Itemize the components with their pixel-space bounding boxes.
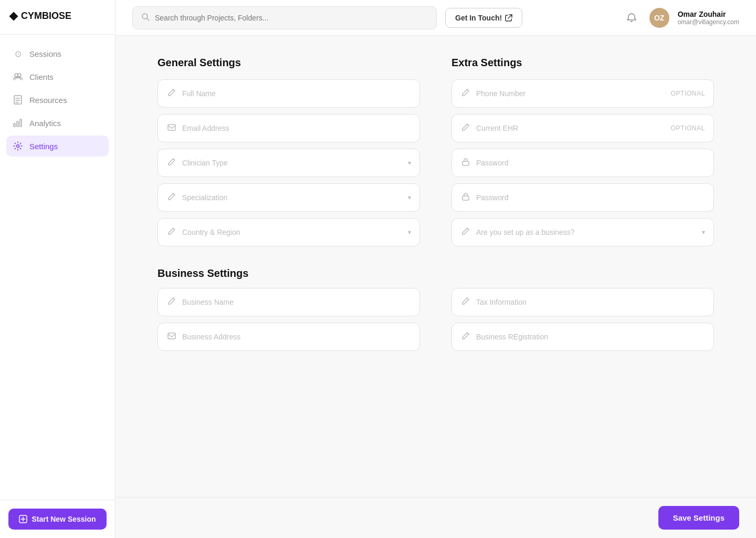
- mail-icon: [166, 123, 177, 133]
- business-type-field[interactable]: Are you set up as a business? ▾: [452, 218, 714, 246]
- tax-info-placeholder: Tax Information: [476, 298, 705, 306]
- optional-label: OPTIONAL: [671, 90, 705, 97]
- country-region-placeholder: Country & Region: [182, 228, 403, 236]
- get-in-touch-button[interactable]: Get In Touch!: [445, 8, 522, 28]
- notification-bell-icon[interactable]: [622, 8, 641, 27]
- search-bar[interactable]: [132, 6, 437, 29]
- user-info: Omar Zouhair omar@villagency.com: [678, 10, 739, 26]
- mail-icon: [166, 332, 177, 342]
- start-session-label: Start New Session: [32, 515, 96, 523]
- brand-name: CYMBIOSE: [21, 11, 71, 22]
- svg-rect-19: [168, 333, 175, 339]
- email-placeholder: Email Address: [182, 124, 411, 132]
- save-settings-button[interactable]: Save Settings: [658, 506, 739, 530]
- phone-field[interactable]: Phone Number OPTIONAL: [452, 79, 714, 108]
- edit-icon: [460, 332, 471, 342]
- edit-icon: [460, 123, 471, 133]
- business-address-field[interactable]: Business Address: [158, 323, 420, 351]
- password2-placeholder: Password: [476, 193, 705, 202]
- sidebar-item-label: Settings: [29, 142, 58, 151]
- business-name-placeholder: Business Name: [182, 298, 411, 306]
- brand-logo: CYMBIOSE: [0, 0, 115, 35]
- user-email: omar@villagency.com: [678, 18, 739, 26]
- specialization-placeholder: Specialization: [182, 193, 403, 202]
- password1-placeholder: Password: [476, 159, 705, 167]
- sidebar-item-resources[interactable]: Resources: [6, 89, 109, 110]
- general-settings-section: General Settings Full Name Email Address: [158, 57, 420, 246]
- analytics-icon: [13, 118, 23, 128]
- get-in-touch-label: Get In Touch!: [455, 14, 502, 22]
- extra-settings-title: Extra Settings: [452, 57, 714, 69]
- business-fields: Business Name Tax Information Business A…: [158, 288, 714, 351]
- edit-icon: [460, 297, 471, 307]
- main-content: Get In Touch! OZ Omar Zouhair omar@villa…: [116, 0, 756, 538]
- sidebar-item-settings[interactable]: Settings: [6, 136, 109, 157]
- clients-icon: [13, 71, 23, 82]
- sidebar-bottom: Start New Session: [0, 500, 115, 538]
- password2-field[interactable]: Password: [452, 183, 714, 212]
- svg-rect-7: [17, 121, 18, 127]
- business-name-field[interactable]: Business Name: [158, 288, 420, 316]
- sidebar-nav: ⊙ Sessions Clients Resources Analytics: [0, 35, 115, 500]
- country-region-field[interactable]: Country & Region ▾: [158, 218, 420, 246]
- edit-icon: [460, 88, 471, 99]
- svg-line-15: [508, 15, 512, 18]
- sidebar-item-clients[interactable]: Clients: [6, 66, 109, 87]
- general-fields: Full Name Email Address Clinician Type: [158, 79, 420, 246]
- phone-placeholder: Phone Number: [476, 89, 666, 98]
- business-settings-title: Business Settings: [158, 267, 714, 280]
- header-right: OZ Omar Zouhair omar@villagency.com: [622, 8, 739, 28]
- avatar[interactable]: OZ: [649, 8, 669, 28]
- svg-rect-16: [168, 125, 175, 130]
- footer: Save Settings: [116, 497, 756, 538]
- sessions-icon: ⊙: [13, 48, 23, 59]
- svg-point-9: [17, 145, 19, 148]
- sidebar-item-sessions[interactable]: ⊙ Sessions: [6, 43, 109, 64]
- general-settings-title: General Settings: [158, 57, 420, 69]
- svg-line-14: [147, 18, 149, 20]
- edit-icon: [166, 227, 177, 237]
- full-name-field[interactable]: Full Name: [158, 79, 420, 108]
- password1-field[interactable]: Password: [452, 149, 714, 177]
- business-reg-field[interactable]: Business REgistration: [452, 323, 714, 351]
- edit-icon: [166, 158, 177, 168]
- resources-icon: [13, 95, 23, 105]
- header: Get In Touch! OZ Omar Zouhair omar@villa…: [116, 0, 756, 36]
- tax-info-field[interactable]: Tax Information: [452, 288, 714, 316]
- clinician-type-placeholder: Clinician Type: [182, 159, 403, 167]
- edit-icon: [166, 88, 177, 99]
- sidebar: CYMBIOSE ⊙ Sessions Clients Resources An…: [0, 0, 116, 538]
- business-type-placeholder: Are you set up as a business?: [476, 228, 697, 236]
- full-name-placeholder: Full Name: [182, 89, 411, 98]
- chevron-down-icon: ▾: [408, 159, 411, 167]
- start-session-button[interactable]: Start New Session: [8, 509, 107, 530]
- search-icon: [141, 13, 150, 23]
- business-address-placeholder: Business Address: [182, 333, 411, 341]
- chevron-down-icon: ▾: [408, 229, 411, 236]
- lock-icon: [460, 192, 471, 203]
- sidebar-item-analytics[interactable]: Analytics: [6, 112, 109, 133]
- ehr-placeholder: Current EHR: [476, 124, 666, 132]
- extra-settings-section: Extra Settings Phone Number OPTIONAL C: [452, 57, 714, 246]
- chevron-down-icon: ▾: [408, 194, 411, 201]
- sidebar-item-label: Analytics: [29, 119, 61, 128]
- settings-icon: [13, 141, 23, 151]
- svg-rect-6: [14, 123, 15, 127]
- svg-rect-18: [463, 196, 469, 200]
- logo-diamond: [9, 12, 18, 20]
- sidebar-item-label: Clients: [29, 73, 54, 81]
- extra-fields: Phone Number OPTIONAL Current EHR OPTION…: [452, 79, 714, 246]
- ehr-field[interactable]: Current EHR OPTIONAL: [452, 114, 714, 142]
- save-settings-label: Save Settings: [673, 513, 724, 522]
- specialization-field[interactable]: Specialization ▾: [158, 183, 420, 212]
- user-name: Omar Zouhair: [678, 10, 739, 18]
- svg-point-1: [18, 74, 21, 77]
- search-input[interactable]: [155, 14, 428, 22]
- edit-icon: [460, 227, 471, 237]
- settings-content: General Settings Full Name Email Address: [116, 36, 756, 538]
- sidebar-item-label: Resources: [29, 96, 67, 105]
- lock-icon: [460, 158, 471, 168]
- optional-label: OPTIONAL: [671, 125, 705, 132]
- clinician-type-field[interactable]: Clinician Type ▾: [158, 149, 420, 177]
- email-field[interactable]: Email Address: [158, 114, 420, 142]
